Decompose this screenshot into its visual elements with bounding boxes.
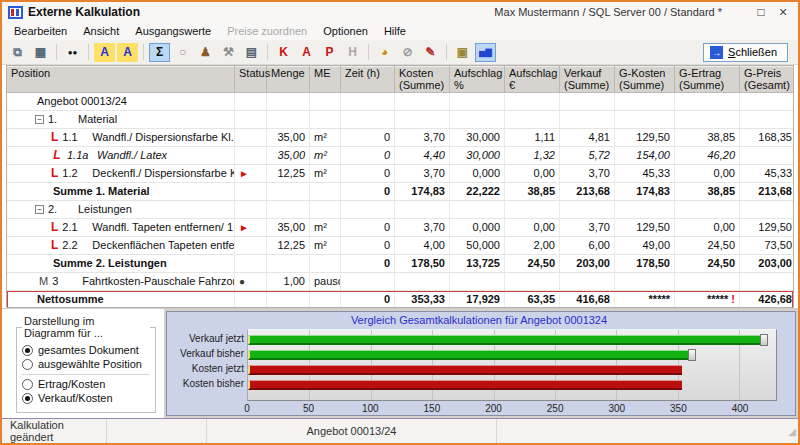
radio-button-icon[interactable]	[22, 359, 33, 370]
status-cell: ●	[235, 273, 267, 291]
worker-icon[interactable]: ♟	[195, 43, 216, 62]
g_preis-cell	[740, 201, 794, 219]
ring-icon[interactable]: ○	[172, 43, 193, 62]
row-type-l-icon: L	[51, 238, 58, 253]
radio-button-icon[interactable]	[22, 379, 33, 390]
column-header-g_ertrag[interactable]: G-Ertrag(Summe)	[675, 66, 740, 93]
zeit-cell: 0	[341, 291, 395, 308]
status-cell	[235, 129, 267, 147]
edit-pencil-icon[interactable]: ✎	[420, 43, 441, 62]
toolbar-separator	[56, 44, 57, 60]
menu-item-ausgangswerte[interactable]: Ausgangswerte	[127, 24, 219, 38]
maximize-icon[interactable]: □	[750, 4, 772, 20]
document-icon[interactable]: ▤	[241, 43, 262, 62]
column-header-auf_pct[interactable]: Aufschlag%	[450, 66, 505, 93]
table-row[interactable]: L2.1Wandfl. Tapeten entfernen/ 1 Schicht…	[7, 219, 793, 237]
close-icon[interactable]: ×	[772, 4, 794, 20]
chart-toggle-icon[interactable]: ▅▇	[475, 43, 496, 62]
column-header-position[interactable]: Position	[7, 66, 235, 93]
radio-verkauf-kosten[interactable]: Verkauf/Kosten	[22, 392, 150, 404]
radio-gesamtes-dokument[interactable]: gesamtes Dokument	[22, 344, 150, 356]
table-row[interactable]: L1.1Wandfl./ Dispersionsfarbe Kl.335,00m…	[7, 129, 793, 147]
column-header-zeit[interactable]: Zeit (h)	[341, 66, 395, 93]
schliessen-button[interactable]: → Schließen	[703, 43, 788, 62]
g_kosten-cell	[615, 111, 675, 129]
menu-item-hilfe[interactable]: Hilfe	[376, 24, 414, 38]
kalkulation-p-icon[interactable]: P	[319, 43, 340, 62]
radio-button-icon[interactable]	[22, 393, 33, 404]
kalkulation-a-icon[interactable]: A	[296, 43, 317, 62]
column-header-me[interactable]: ME	[310, 66, 341, 93]
kalkulation-k-icon[interactable]: K	[273, 43, 294, 62]
auf_eur-value: 1,32	[534, 149, 555, 161]
tree-collapse-icon[interactable]: −	[35, 115, 44, 124]
column-header-menge[interactable]: Menge	[267, 66, 310, 93]
chart-bar-end-cap	[688, 349, 696, 361]
table-row[interactable]: L1.1aWandfl./ Latex35,00m²04,4030,0001,3…	[7, 147, 793, 165]
auf_pct-cell: 30,000	[450, 129, 505, 147]
export-device-icon[interactable]: ▣	[452, 43, 473, 62]
no-entry-icon[interactable]: ⊘	[397, 43, 418, 62]
menu-item-optionen[interactable]: Optionen	[315, 24, 376, 38]
table-row[interactable]: Nettosumme0353,3317,92963,35416,68******…	[7, 291, 793, 308]
zeit-value: 0	[384, 167, 390, 179]
toolbar-separator	[143, 44, 144, 60]
table-row[interactable]: Angebot 00013/24	[7, 93, 793, 111]
radio-ertrag-kosten[interactable]: Ertrag/Kosten	[22, 378, 150, 390]
radio-ausgew-hlte-position[interactable]: ausgewählte Position	[22, 358, 150, 370]
table-row[interactable]: Summe 1. Material0174,8322,22238,85213,6…	[7, 183, 793, 201]
status-cell	[235, 147, 267, 165]
table-row[interactable]: −1.Material	[7, 111, 793, 129]
menge-value: 12,25	[277, 167, 305, 179]
menu-item-ansicht[interactable]: Ansicht	[75, 24, 127, 38]
zeit-value: 0	[384, 293, 390, 305]
table-row[interactable]: Summe 2. Leistungen0178,5013,72524,50203…	[7, 255, 793, 273]
g_kosten-value: 178,50	[636, 257, 670, 269]
auf_pct-cell: 50,000	[450, 237, 505, 255]
resize-grip-icon[interactable]: ◢	[788, 426, 798, 437]
position-code: 1.1	[62, 130, 88, 145]
me-cell	[310, 255, 341, 273]
column-header-kosten[interactable]: Kosten(Summe)	[395, 66, 450, 93]
column-header-g_preis[interactable]: G-Preis(Gesamt)	[740, 66, 794, 93]
tree-collapse-icon[interactable]: −	[35, 205, 44, 214]
column-header-status[interactable]: Status	[235, 66, 267, 93]
chart-bar-row	[248, 349, 776, 361]
status-cell: ►	[235, 165, 267, 183]
table-row[interactable]: −2.Leistungen	[7, 201, 793, 219]
bottom-panel: Darstellung im Diagramm für ... gesamtes…	[2, 308, 798, 418]
chart-bar	[248, 350, 688, 360]
g_ertrag-value: 0,00	[714, 221, 735, 233]
menge-cell: 35,00	[267, 219, 310, 237]
g_ertrag-cell: 38,85	[675, 129, 740, 147]
table-row[interactable]: L2.2Deckenflächen Tapeten entfernen/ 1 S…	[7, 237, 793, 255]
verkauf-cell	[560, 93, 615, 111]
save-export-icon[interactable]: ▦	[30, 43, 51, 62]
warning-icon: !	[731, 293, 735, 305]
status-cell	[235, 183, 267, 201]
table-row[interactable]: L1.2Deckenfl./ Dispersionsfarbe Kl.3►12,…	[7, 165, 793, 183]
table-row[interactable]: M3Fahrtkosten-Pauschale Fahrzone B●1,00p…	[7, 273, 793, 291]
g_preis-cell: 73,50	[740, 237, 794, 255]
kalkulation-h-icon[interactable]: H	[342, 43, 363, 62]
font-a-blue-icon[interactable]: A	[117, 43, 138, 62]
column-header-verkauf[interactable]: Verkauf(Summe)	[560, 66, 615, 93]
g_preis-cell	[740, 273, 794, 291]
copy-icon[interactable]: ⧉	[7, 43, 28, 62]
auf_pct-cell: 13,725	[450, 255, 505, 273]
radio-label: Verkauf/Kosten	[38, 392, 113, 404]
font-a-yellow-icon[interactable]: A	[94, 43, 115, 62]
column-header-auf_eur[interactable]: Aufschlag€	[505, 66, 560, 93]
menu-item-bearbeiten[interactable]: Bearbeiten	[6, 24, 75, 38]
menge-cell	[267, 291, 310, 308]
sigma-icon[interactable]: Σ	[149, 43, 170, 62]
pie-chart-icon[interactable]: ◕	[374, 43, 395, 62]
auf_eur-cell	[505, 93, 560, 111]
search-icon[interactable]: ●●	[62, 43, 83, 62]
radio-button-icon[interactable]	[22, 345, 33, 356]
crane-icon[interactable]: ⚒	[218, 43, 239, 62]
position-cell: L2.2Deckenflächen Tapeten entfernen/ 1 S…	[7, 237, 235, 255]
column-header-g_kosten[interactable]: G-Kosten(Summe)	[615, 66, 675, 93]
chart-bar	[248, 380, 682, 390]
x-tick-label: 400	[732, 403, 749, 414]
